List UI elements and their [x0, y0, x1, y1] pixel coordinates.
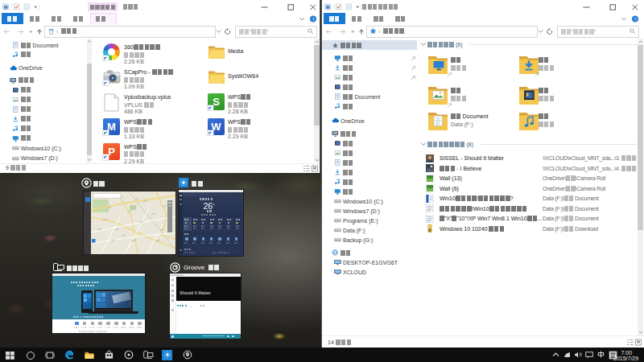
svg-text:?: ? [634, 17, 637, 22]
svg-text:?: ? [312, 17, 315, 22]
